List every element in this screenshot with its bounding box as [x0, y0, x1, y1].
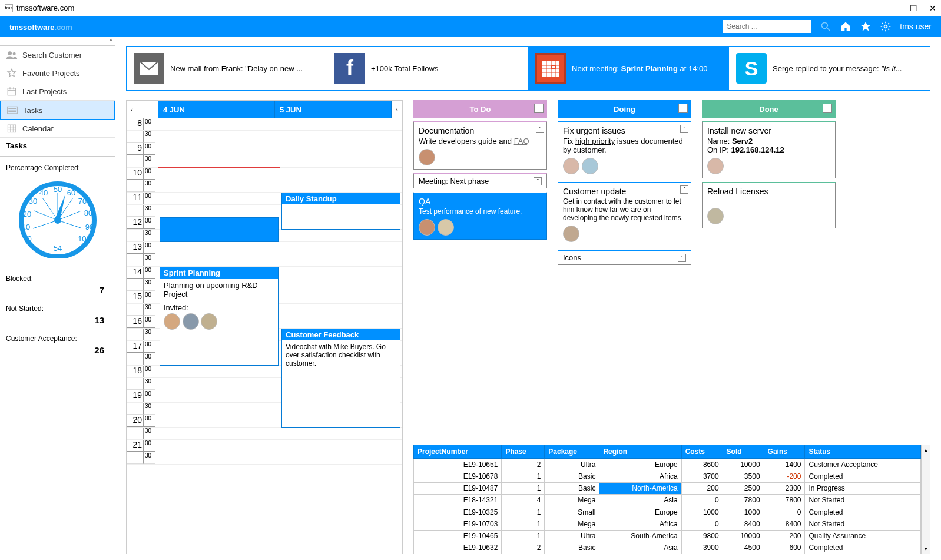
sidebar-item-tasks[interactable]: Tasks	[0, 101, 115, 120]
chevron-up-icon[interactable]: ˄	[536, 125, 544, 133]
sidebar-item-label: Search Customer	[22, 51, 82, 59]
sidebar-item-favorite-projects[interactable]: Favorite Projects	[0, 64, 115, 82]
table-row[interactable]: E19-103251SmallEurope100010000Completed	[414, 506, 921, 518]
svg-text:10: 10	[21, 223, 29, 231]
star-outline-icon	[6, 68, 18, 78]
card-title: Fix urgent issues	[563, 126, 686, 135]
kanban-card-server[interactable]: Install new server Name: Serv2 On IP: 19…	[702, 121, 836, 178]
window-close[interactable]: ✕	[929, 4, 936, 13]
table-header[interactable]: Gains	[764, 445, 805, 459]
svg-text:30: 30	[28, 197, 37, 206]
logo-suffix: .com	[55, 23, 72, 32]
avatar	[419, 149, 435, 165]
calendar-day-1[interactable]: Sprint Planning Planning on upcoming R&D…	[158, 118, 280, 554]
calendar-event-block[interactable]	[160, 217, 279, 242]
calendar-next-button[interactable]: ›	[392, 101, 402, 118]
kanban-col-header: To Do ‹	[413, 100, 547, 118]
table-row[interactable]: E19-104871BasicNorth-America20025002300I…	[414, 482, 921, 494]
calendar-event-standup[interactable]: Daily Standup	[281, 193, 400, 230]
table-header[interactable]: ProjectNumber	[414, 445, 502, 459]
projects-table-wrap: ProjectNumberPhasePackageRegionCostsSold…	[413, 445, 930, 554]
table-row[interactable]: E19-106512UltraEurope8600100001400Custom…	[414, 459, 921, 470]
svg-line-1	[827, 28, 830, 31]
table-row[interactable]: E19-104651UltraSouth-America980010000200…	[414, 530, 921, 542]
calendar-event-feedback[interactable]: Customer Feedback Videochat with Mike Bu…	[281, 329, 400, 428]
kanban-card-icons[interactable]: Icons ˅	[558, 250, 691, 265]
kanban-col-todo: To Do ‹ ˄ Documentation Write developers…	[413, 100, 547, 435]
user-label[interactable]: tms user	[900, 22, 932, 31]
notification-text: +100k Total Follows	[371, 64, 438, 73]
kanban-card-meeting[interactable]: Meeting: Next phase ˅	[413, 173, 547, 188]
table-row[interactable]: E19-106781BasicAfrica37003500-200Complet…	[414, 470, 921, 482]
facebook-icon: f	[334, 53, 365, 84]
collapse-icon[interactable]: ‹	[678, 104, 688, 113]
notification-skype[interactable]: S Serge replied to your message: "Is it.…	[729, 47, 930, 90]
notification-facebook[interactable]: f +100k Total Follows	[327, 47, 528, 90]
table-header[interactable]: Package	[545, 445, 599, 459]
mail-icon	[134, 53, 164, 84]
sidebar-item-calendar[interactable]: Calendar	[0, 120, 115, 138]
scroll-up-icon[interactable]: ▴	[922, 445, 930, 455]
kanban-col-doing: Doing ‹ ˄ Fix urgent issues Fix high pri…	[558, 100, 691, 435]
app-favicon: tms	[5, 4, 13, 12]
sidebar-collapse-button[interactable]: »	[0, 37, 115, 46]
svg-text:50: 50	[53, 185, 61, 194]
window-minimize[interactable]: —	[890, 4, 898, 13]
table-header[interactable]: Status	[805, 445, 921, 459]
table-scrollbar[interactable]: ▴ ▾	[921, 445, 930, 554]
card-desc: Get in contact with the customer to let …	[563, 197, 686, 222]
star-icon[interactable]	[860, 21, 872, 32]
kanban-col-header: Doing ‹	[558, 100, 691, 118]
stat-value-notstarted: 13	[0, 314, 115, 330]
svg-text:20: 20	[22, 210, 31, 218]
kanban-card-documentation[interactable]: ˄ Documentation Write developers guide a…	[413, 121, 547, 170]
avatar	[164, 313, 180, 330]
event-title: Sprint Planning	[160, 267, 278, 279]
table-header[interactable]: Costs	[681, 445, 723, 459]
kanban-card-qa[interactable]: QA Test performance of new feature.	[413, 192, 547, 240]
event-invited-label: Invited:	[164, 303, 274, 312]
avatar	[707, 158, 724, 174]
calendar-time-gutter: 8003090030100030110030120030130030140030…	[127, 118, 158, 554]
gear-icon[interactable]	[880, 21, 892, 32]
chevron-up-icon[interactable]: ˄	[680, 185, 688, 194]
calendar-event-sprint[interactable]: Sprint Planning Planning on upcoming R&D…	[160, 267, 279, 366]
calendar-day-2[interactable]: Daily Standup Customer Feedback Videocha…	[280, 118, 402, 554]
kanban-card-urgent[interactable]: ˄ Fix urgent issues Fix high priority is…	[558, 121, 691, 178]
event-title: Daily Standup	[282, 193, 400, 204]
kanban-board: To Do ‹ ˄ Documentation Write developers…	[413, 100, 930, 435]
table-header[interactable]: Region	[599, 445, 681, 459]
sidebar-item-search-customer[interactable]: Search Customer	[0, 46, 115, 64]
avatar	[419, 219, 435, 236]
window-maximize[interactable]: ☐	[910, 4, 917, 13]
notification-meeting[interactable]: Next meeting: Sprint Planning at 14:00	[528, 47, 729, 90]
home-icon[interactable]	[840, 21, 851, 32]
chevron-up-icon[interactable]: ˄	[680, 125, 688, 133]
svg-point-39	[54, 217, 61, 224]
table-row[interactable]: E19-107031MegaAfrica084008400Not Started	[414, 518, 921, 530]
search-input[interactable]	[723, 20, 811, 33]
calendar-day-header[interactable]: 4 JUN	[158, 101, 275, 118]
kanban-card-licenses[interactable]: Reload Licenses	[702, 182, 836, 228]
search-icon[interactable]	[820, 21, 831, 32]
avatar	[563, 158, 579, 174]
table-header[interactable]: Sold	[723, 445, 764, 459]
sidebar-item-last-projects[interactable]: Last Projects	[0, 82, 115, 101]
avatar	[438, 219, 454, 236]
collapse-icon[interactable]: ‹	[534, 104, 544, 113]
card-desc: Name: Serv2 On IP: 192.168.124.12	[707, 137, 830, 154]
chevron-down-icon[interactable]: ˅	[534, 177, 542, 185]
svg-text:100: 100	[78, 234, 91, 243]
collapse-icon[interactable]: ‹	[823, 104, 832, 113]
table-row[interactable]: E18-143214MegaAsia078007800Not Started	[414, 494, 921, 506]
calendar-prev-button[interactable]: ‹	[127, 101, 137, 118]
table-row[interactable]: E19-106322BasicAsia39004500600Completed	[414, 542, 921, 554]
table-header[interactable]: Phase	[502, 445, 545, 459]
projects-table[interactable]: ProjectNumberPhasePackageRegionCostsSold…	[413, 445, 921, 554]
kanban-card-update[interactable]: ˄ Customer update Get in contact with th…	[558, 182, 691, 246]
chevron-down-icon[interactable]: ˅	[678, 254, 686, 262]
notification-mail[interactable]: New mail from Frank: "Delay on new ...	[127, 47, 327, 90]
scroll-down-icon[interactable]: ▾	[922, 544, 930, 554]
kanban-col-done: Done ‹ Install new server Name: Serv2 On…	[702, 100, 836, 435]
calendar-day-header[interactable]: 5 JUN	[275, 101, 392, 118]
